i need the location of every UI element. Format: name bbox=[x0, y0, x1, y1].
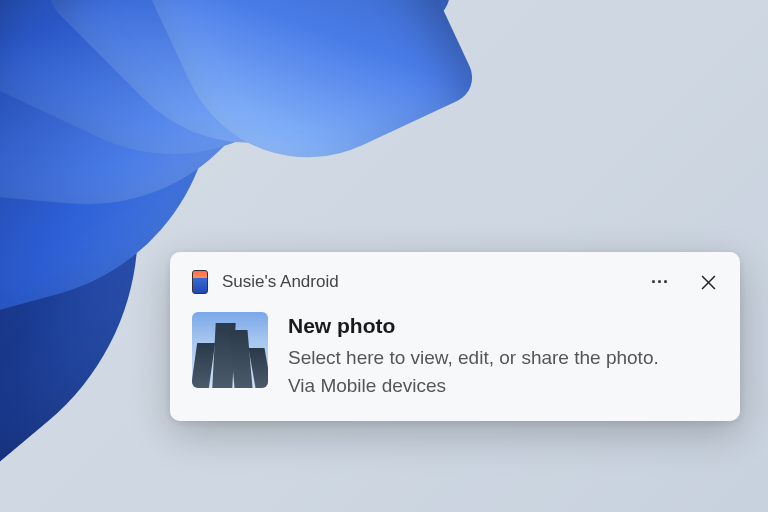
close-icon[interactable] bbox=[698, 272, 718, 292]
phone-icon bbox=[192, 270, 208, 294]
notification-content: New photo Select here to view, edit, or … bbox=[288, 312, 718, 399]
notification-title: New photo bbox=[288, 314, 718, 338]
close-x-svg bbox=[701, 275, 716, 290]
notification-description: Select here to view, edit, or share the … bbox=[288, 344, 718, 372]
device-name-label: Susie's Android bbox=[222, 272, 636, 292]
notification-actions: ··· bbox=[650, 272, 718, 292]
toast-notification[interactable]: Susie's Android ··· New photo Select her… bbox=[170, 252, 740, 421]
more-icon[interactable]: ··· bbox=[650, 272, 670, 292]
notification-attribution: Via Mobile devices bbox=[288, 372, 718, 400]
photo-thumbnail bbox=[192, 312, 268, 388]
notification-body[interactable]: New photo Select here to view, edit, or … bbox=[192, 312, 718, 399]
notification-header: Susie's Android ··· bbox=[192, 270, 718, 294]
